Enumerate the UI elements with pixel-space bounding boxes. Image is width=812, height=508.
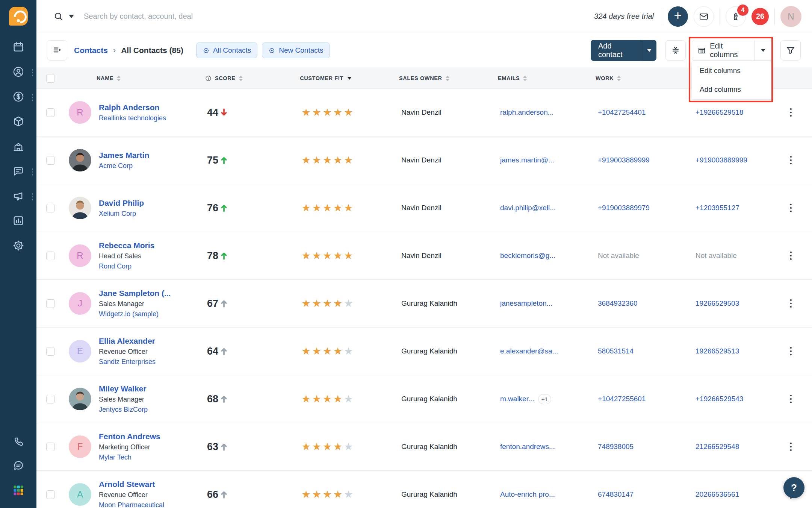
contact-email-link[interactable]: ralph.anderson... bbox=[500, 108, 554, 117]
work-phone-link[interactable]: +919003889999 bbox=[598, 156, 650, 164]
sidebar-item-products[interactable] bbox=[0, 110, 36, 135]
contact-name-link[interactable]: Miley Walker bbox=[99, 384, 200, 393]
more-emails-badge[interactable]: +1 bbox=[538, 394, 551, 404]
work-phone-link[interactable]: 3684932360 bbox=[598, 299, 638, 308]
row-checkbox[interactable] bbox=[46, 108, 55, 117]
breadcrumb-contacts-link[interactable]: Contacts bbox=[74, 46, 108, 55]
view-chip-all-contacts[interactable]: All Contacts bbox=[196, 42, 257, 58]
help-button[interactable]: ? bbox=[783, 477, 804, 498]
add-contact-button[interactable]: Add contact bbox=[591, 40, 656, 61]
contact-avatar[interactable]: F bbox=[69, 435, 91, 458]
header-cell-emails[interactable]: EMAILS bbox=[471, 68, 570, 88]
user-avatar[interactable]: N bbox=[780, 6, 801, 27]
row-kebab-menu[interactable] bbox=[787, 153, 795, 168]
contact-avatar[interactable] bbox=[69, 149, 91, 171]
contact-name-link[interactable]: Jane Sampleton (... bbox=[99, 289, 200, 298]
notification-count-badge[interactable]: 26 bbox=[752, 8, 769, 25]
menu-item-add-columns[interactable]: Add columns bbox=[692, 80, 772, 99]
row-kebab-menu[interactable] bbox=[787, 105, 795, 120]
contact-name-link[interactable]: Ellia Alexander bbox=[99, 337, 200, 346]
contact-avatar[interactable]: E bbox=[69, 340, 91, 362]
row-checkbox[interactable] bbox=[46, 204, 55, 212]
work-phone-link[interactable]: 674830147 bbox=[598, 490, 634, 499]
header-cell-sales-owner[interactable]: SALES OWNER bbox=[373, 68, 471, 88]
contact-name-link[interactable]: David Philip bbox=[99, 199, 200, 208]
search-icon[interactable] bbox=[53, 11, 64, 21]
contact-company-link[interactable]: Rond Corp bbox=[99, 262, 200, 270]
contact-email-link[interactable]: davi.philip@xeli... bbox=[500, 204, 556, 212]
view-chip-new-contacts[interactable]: New Contacts bbox=[262, 42, 330, 58]
sidebar-item-calendar[interactable] bbox=[0, 35, 36, 60]
contact-email-link[interactable]: e.alexander@sa... bbox=[500, 347, 558, 355]
row-density-button[interactable] bbox=[665, 40, 686, 61]
contact-company-link[interactable]: Reallinks technologies bbox=[99, 114, 200, 122]
contact-avatar[interactable] bbox=[69, 197, 91, 219]
work-phone-link[interactable]: 580531514 bbox=[598, 347, 634, 355]
quick-add-button[interactable]: + bbox=[668, 6, 688, 27]
filter-button[interactable] bbox=[780, 40, 801, 61]
row-checkbox[interactable] bbox=[46, 347, 55, 356]
row-checkbox[interactable] bbox=[46, 443, 55, 451]
freshworks-logo-icon[interactable] bbox=[9, 7, 28, 26]
sidebar-item-deals[interactable] bbox=[0, 85, 36, 110]
contact-name-link[interactable]: Fenton Andrews bbox=[99, 432, 200, 441]
row-kebab-menu[interactable] bbox=[787, 249, 795, 263]
sidebar-item-accounts[interactable] bbox=[0, 135, 36, 159]
row-checkbox[interactable] bbox=[46, 156, 55, 165]
search-input[interactable] bbox=[84, 12, 309, 21]
row-kebab-menu[interactable] bbox=[787, 392, 795, 406]
sidebar-item-support-chat[interactable] bbox=[0, 454, 36, 479]
contact-company-link[interactable]: Acme Corp bbox=[99, 162, 200, 170]
mobile-phone-link[interactable]: 20266536561 bbox=[696, 490, 739, 499]
row-kebab-menu[interactable] bbox=[787, 296, 795, 311]
contact-company-link[interactable]: Mylar Tech bbox=[99, 453, 200, 461]
sidebar-item-campaigns[interactable] bbox=[0, 184, 36, 209]
select-all-checkbox[interactable] bbox=[46, 74, 55, 83]
kebab-menu-icon[interactable] bbox=[32, 168, 33, 176]
row-kebab-menu[interactable] bbox=[787, 440, 795, 454]
contact-email-link[interactable]: fenton.andrews... bbox=[500, 443, 555, 451]
menu-item-edit-columns[interactable]: Edit columns bbox=[692, 61, 772, 80]
header-cell-customer-fit[interactable]: CUSTOMER FIT bbox=[279, 68, 373, 88]
mobile-phone-link[interactable]: 21266529548 bbox=[696, 443, 739, 451]
search-scope-caret-icon[interactable] bbox=[69, 15, 74, 18]
contact-avatar[interactable] bbox=[69, 388, 91, 410]
contact-name-link[interactable]: Ralph Anderson bbox=[99, 103, 200, 112]
contact-name-link[interactable]: James Martin bbox=[99, 151, 200, 160]
contact-avatar[interactable]: R bbox=[69, 244, 91, 267]
mobile-phone-link[interactable]: +19266529518 bbox=[696, 108, 743, 117]
contact-company-link[interactable]: Xelium Corp bbox=[99, 210, 200, 218]
contact-email-link[interactable]: m.walker... bbox=[500, 395, 534, 403]
view-switcher-button[interactable] bbox=[47, 40, 67, 61]
kebab-menu-icon[interactable] bbox=[32, 94, 33, 101]
edit-columns-caret-button[interactable] bbox=[755, 40, 772, 61]
contact-name-link[interactable]: Arnold Stewart bbox=[99, 480, 200, 489]
kebab-menu-icon[interactable] bbox=[32, 193, 33, 200]
row-kebab-menu[interactable] bbox=[787, 344, 795, 359]
contact-company-link[interactable]: Widgetz.io (sample) bbox=[99, 310, 200, 318]
contact-email-link[interactable]: james.martin@... bbox=[500, 156, 554, 164]
work-phone-link[interactable]: +10427255601 bbox=[598, 395, 646, 403]
sidebar-item-conversations[interactable] bbox=[0, 159, 36, 184]
contact-avatar[interactable]: A bbox=[69, 483, 91, 506]
row-kebab-menu[interactable] bbox=[787, 201, 795, 215]
work-phone-link[interactable]: +919003889979 bbox=[598, 204, 650, 212]
contact-email-link[interactable]: janesampleton... bbox=[500, 299, 552, 308]
row-checkbox[interactable] bbox=[46, 395, 55, 403]
mobile-phone-link[interactable]: +1203955127 bbox=[696, 204, 739, 212]
contact-avatar[interactable]: R bbox=[69, 101, 91, 124]
kebab-menu-icon[interactable] bbox=[32, 69, 33, 76]
contact-email-link[interactable]: beckiemoris@g... bbox=[500, 252, 555, 260]
contact-company-link[interactable]: Sandiz Enterprises bbox=[99, 358, 200, 366]
mobile-phone-link[interactable]: +919003889999 bbox=[696, 156, 747, 164]
row-checkbox[interactable] bbox=[46, 299, 55, 308]
contact-email-link[interactable]: Auto-enrich pro... bbox=[500, 490, 555, 499]
add-contact-dropdown[interactable] bbox=[642, 40, 656, 61]
edit-columns-button[interactable]: Edit columns bbox=[692, 40, 755, 61]
header-cell-work[interactable]: WORK bbox=[570, 68, 667, 88]
mobile-phone-link[interactable]: 19266529513 bbox=[696, 347, 739, 355]
work-phone-link[interactable]: +10427254401 bbox=[598, 108, 646, 117]
sidebar-item-apps-grid[interactable] bbox=[0, 479, 36, 503]
row-checkbox[interactable] bbox=[46, 252, 55, 260]
work-phone-link[interactable]: 748938005 bbox=[598, 443, 634, 451]
